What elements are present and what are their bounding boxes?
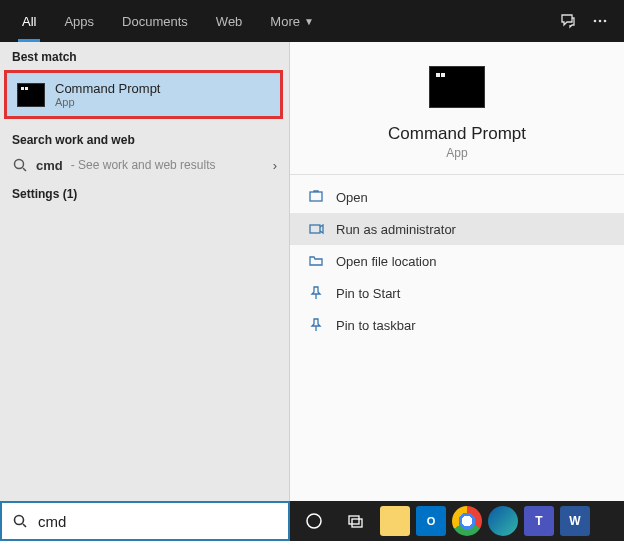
tab-documents[interactable]: Documents (108, 0, 202, 42)
tab-label: Web (216, 14, 243, 29)
settings-category[interactable]: Settings (1) (0, 179, 289, 209)
svg-point-7 (15, 516, 24, 525)
taskbar: O T W (290, 501, 624, 541)
search-web-heading: Search work and web (0, 125, 289, 151)
best-match-result[interactable]: Command Prompt App (7, 73, 280, 116)
action-label: Pin to Start (336, 286, 400, 301)
action-run-as-administrator[interactable]: Run as administrator (290, 213, 624, 245)
best-match-heading: Best match (0, 42, 289, 68)
action-label: Open file location (336, 254, 436, 269)
detail-panel: Command Prompt App Open Run as administr… (290, 42, 624, 501)
taskbar-app-file-explorer[interactable] (380, 506, 410, 536)
tab-all[interactable]: All (8, 0, 50, 42)
search-term: cmd (36, 158, 63, 173)
action-label: Pin to taskbar (336, 318, 416, 333)
svg-line-4 (23, 168, 26, 171)
pin-icon (308, 285, 324, 301)
taskbar-app-teams[interactable]: T (524, 506, 554, 536)
cortana-button[interactable] (296, 503, 332, 539)
svg-point-9 (307, 514, 321, 528)
command-prompt-icon (17, 83, 45, 107)
command-prompt-icon (429, 66, 485, 108)
detail-title: Command Prompt (388, 124, 526, 144)
taskbar-app-chrome[interactable] (452, 506, 482, 536)
action-open-file-location[interactable]: Open file location (290, 245, 624, 277)
action-label: Run as administrator (336, 222, 456, 237)
taskbar-app-outlook[interactable]: O (416, 506, 446, 536)
search-category-tabs: All Apps Documents Web More▼ (0, 0, 624, 42)
search-icon (12, 513, 28, 529)
tab-label: All (22, 14, 36, 29)
action-list: Open Run as administrator Open file loca… (290, 175, 624, 341)
tab-label: Apps (64, 14, 94, 29)
taskbar-app-word[interactable]: W (560, 506, 590, 536)
svg-point-3 (15, 160, 24, 169)
action-pin-to-taskbar[interactable]: Pin to taskbar (290, 309, 624, 341)
search-input[interactable] (38, 513, 278, 530)
svg-rect-10 (349, 516, 359, 524)
search-hint: - See work and web results (71, 158, 216, 172)
result-title: Command Prompt (55, 81, 160, 96)
action-label: Open (336, 190, 368, 205)
svg-rect-11 (352, 519, 362, 527)
tab-apps[interactable]: Apps (50, 0, 108, 42)
tab-more[interactable]: More▼ (256, 0, 328, 42)
svg-point-2 (604, 20, 607, 23)
open-icon (308, 189, 324, 205)
pin-icon (308, 317, 324, 333)
tab-web[interactable]: Web (202, 0, 257, 42)
search-box[interactable] (0, 501, 290, 541)
chevron-right-icon: › (273, 158, 277, 173)
action-open[interactable]: Open (290, 181, 624, 213)
results-panel: Best match Command Prompt App Search wor… (0, 42, 290, 501)
search-icon (12, 157, 28, 173)
task-view-button[interactable] (338, 503, 374, 539)
svg-point-1 (599, 20, 602, 23)
svg-rect-5 (310, 192, 322, 201)
feedback-icon[interactable] (552, 5, 584, 37)
highlight-annotation: Command Prompt App (4, 70, 283, 119)
web-search-result[interactable]: cmd - See work and web results › (0, 151, 289, 179)
svg-rect-6 (310, 225, 320, 233)
svg-point-0 (594, 20, 597, 23)
result-subtitle: App (55, 96, 160, 108)
tab-label: Documents (122, 14, 188, 29)
admin-icon (308, 221, 324, 237)
svg-line-8 (23, 524, 26, 527)
tab-label: More (270, 14, 300, 29)
more-options-icon[interactable] (584, 5, 616, 37)
taskbar-app-edge[interactable] (488, 506, 518, 536)
chevron-down-icon: ▼ (304, 16, 314, 27)
folder-icon (308, 253, 324, 269)
action-pin-to-start[interactable]: Pin to Start (290, 277, 624, 309)
detail-subtitle: App (446, 146, 467, 160)
